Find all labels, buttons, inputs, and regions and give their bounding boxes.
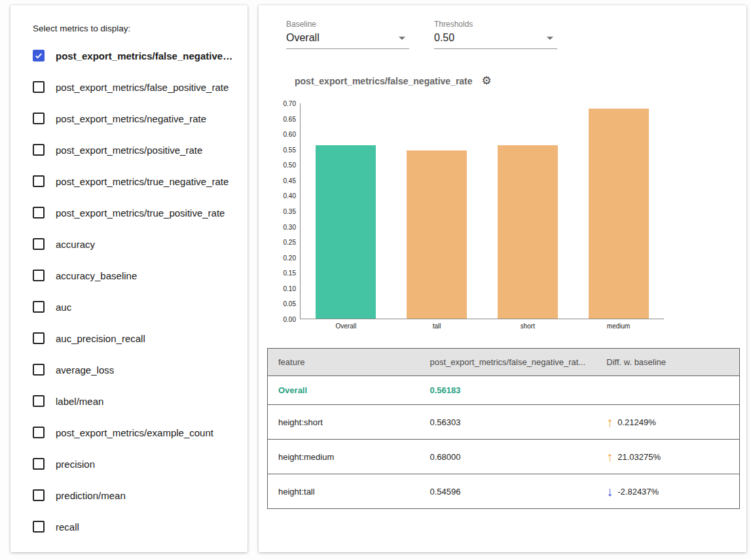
cell-feature: height:tall [268, 474, 420, 509]
bar-slot: tall [392, 103, 483, 319]
metric-item-label: post_export_metrics/true_positive_rate [56, 207, 225, 219]
metric-item-label: accuracy [56, 239, 95, 250]
cell-metric-value: 0.68000 [420, 440, 596, 474]
header-feature: feature [268, 349, 420, 376]
metric-list-item[interactable]: post_export_metrics/true_negative_rate [33, 166, 236, 197]
metric-list-item[interactable]: post_export_metrics/true_positive_rate [33, 197, 236, 228]
baseline-value: Overall [286, 32, 320, 44]
metric-item-label: auc [56, 302, 71, 313]
metric-list: post_export_metrics/false_negative_r...p… [33, 40, 236, 542]
thresholds-value: 0.50 [434, 32, 454, 44]
metric-list-item[interactable]: post_export_metrics/positive_rate [33, 134, 236, 166]
diff-percent-text: 0.21249% [617, 417, 656, 427]
y-axis-tick-label: 0.15 [284, 270, 296, 277]
metric-list-item[interactable]: precision [33, 448, 236, 480]
metric-item-label: post_export_metrics/true_negative_rate [56, 176, 229, 187]
metric-list-item[interactable]: label/mean [33, 385, 236, 417]
y-axis-tick-label: 0.55 [284, 146, 296, 153]
thresholds-label: Thresholds [434, 20, 557, 29]
checkbox-unchecked-icon[interactable] [33, 301, 45, 313]
metric-item-label: recall [56, 521, 79, 533]
metric-item-label: average_loss [56, 364, 114, 376]
cell-metric-value: 0.56303 [420, 405, 596, 440]
metric-list-item[interactable]: auc_precision_recall [33, 323, 236, 354]
baseline-select[interactable]: Baseline Overall [286, 20, 409, 49]
checkbox-unchecked-icon[interactable] [33, 427, 45, 438]
metric-item-label: post_export_metrics/false_positive_rate [56, 82, 229, 93]
metric-list-item[interactable]: accuracy_baseline [33, 260, 236, 291]
settings-gear-icon[interactable]: ⚙ [482, 75, 492, 86]
cell-diff: ↑21.03275% [596, 440, 739, 474]
arrow-down-icon: ↓ [606, 485, 613, 498]
y-axis-tick-label: 0.30 [284, 223, 296, 230]
header-diff: Diff. w. baseline [596, 349, 739, 376]
table-row[interactable]: height:medium0.68000↑21.03275% [268, 440, 740, 474]
metric-list-item[interactable]: prediction/mean [33, 480, 236, 511]
checkbox-unchecked-icon[interactable] [33, 238, 45, 250]
y-axis-tick-label: 0.45 [284, 177, 296, 184]
controls-row: Baseline Overall Thresholds 0.50 [286, 20, 738, 49]
checkbox-checked-icon[interactable] [33, 50, 45, 61]
checkbox-unchecked-icon[interactable] [33, 175, 45, 187]
diff-percent-text: 21.03275% [617, 452, 661, 462]
metric-list-item[interactable]: average_loss [33, 354, 236, 385]
checkbox-unchecked-icon[interactable] [33, 144, 45, 156]
chart-plot: Overalltallshortmedium [300, 103, 664, 319]
checkbox-unchecked-icon[interactable] [33, 458, 45, 470]
checkbox-unchecked-icon[interactable] [33, 364, 45, 376]
bar-medium[interactable] [589, 109, 649, 319]
checkbox-unchecked-icon[interactable] [33, 489, 45, 501]
dropdown-arrow-icon [399, 37, 405, 40]
metric-selector-title: Select metrics to display: [33, 24, 236, 33]
bar-slot: medium [573, 103, 664, 319]
metric-item-label: label/mean [56, 396, 103, 407]
y-axis-tick-label: 0.05 [284, 300, 296, 307]
y-axis-tick-label: 0.20 [284, 254, 296, 261]
checkbox-unchecked-icon[interactable] [33, 81, 45, 93]
metric-item-label: precision [56, 459, 95, 470]
thresholds-select[interactable]: Thresholds 0.50 [434, 20, 557, 49]
cell-feature: height:short [268, 405, 420, 440]
metric-item-label: prediction/mean [56, 490, 126, 501]
metric-item-label: accuracy_baseline [56, 270, 137, 281]
metric-item-label: auc_precision_recall [56, 333, 145, 344]
chart-y-axis: 0.000.050.100.150.200.250.300.350.400.45… [276, 103, 300, 319]
metric-list-item[interactable]: recall [33, 511, 236, 542]
y-axis-tick-label: 0.25 [284, 239, 296, 246]
metric-list-item[interactable]: post_export_metrics/negative_rate [33, 103, 236, 134]
header-metric-value: post_export_metrics/false_negative_rat..… [420, 349, 596, 376]
cell-feature: height:medium [268, 440, 420, 474]
checkbox-unchecked-icon[interactable] [33, 207, 45, 219]
x-axis-tick-label: medium [573, 323, 664, 330]
cell-metric-value: 0.56183 [420, 376, 596, 405]
cell-diff: ↓-2.82437% [596, 474, 739, 509]
bar-short[interactable] [498, 145, 558, 319]
metric-list-item[interactable]: accuracy [33, 228, 236, 260]
bar-Overall[interactable] [316, 145, 376, 319]
metric-list-item[interactable]: post_export_metrics/false_positive_rate [33, 71, 236, 103]
metric-list-item[interactable]: post_export_metrics/example_count [33, 417, 236, 448]
checkbox-unchecked-icon[interactable] [33, 332, 45, 344]
cell-metric-value: 0.54596 [420, 474, 596, 509]
arrow-up-icon: ↑ [606, 415, 613, 429]
table-row[interactable]: Overall0.56183 [268, 376, 740, 405]
chart-header: post_export_metrics/false_negative_rate … [295, 75, 738, 86]
checkbox-unchecked-icon[interactable] [33, 521, 45, 533]
cell-diff: ↑0.21249% [596, 405, 739, 440]
metric-item-label: post_export_metrics/false_negative_r... [56, 50, 236, 61]
checkbox-unchecked-icon[interactable] [33, 395, 45, 407]
baseline-label: Baseline [286, 20, 409, 29]
x-axis-tick-label: Overall [301, 323, 392, 330]
y-axis-tick-label: 0.50 [284, 162, 296, 169]
metric-list-item[interactable]: post_export_metrics/false_negative_r... [33, 40, 236, 71]
table-row[interactable]: height:short0.56303↑0.21249% [268, 405, 740, 440]
diff-percent-text: -2.82437% [617, 487, 659, 497]
bar-chart: 0.000.050.100.150.200.250.300.350.400.45… [276, 103, 738, 334]
checkbox-unchecked-icon[interactable] [33, 270, 45, 281]
table-row[interactable]: height:tall0.54596↓-2.82437% [268, 474, 740, 509]
bar-slot: short [483, 103, 574, 319]
metric-list-item[interactable]: auc [33, 291, 236, 323]
metric-item-label: post_export_metrics/example_count [56, 427, 213, 438]
bar-tall[interactable] [407, 150, 467, 319]
checkbox-unchecked-icon[interactable] [33, 113, 45, 124]
